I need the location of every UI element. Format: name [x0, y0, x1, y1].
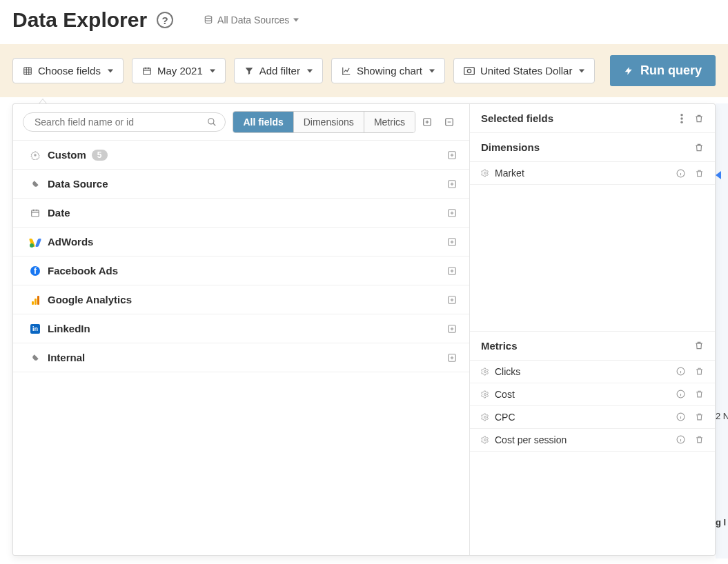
- view-mode-button[interactable]: Showing chart: [331, 58, 445, 83]
- search-icon: [207, 117, 217, 127]
- selected-dimensions-section: Dimensions Market: [470, 133, 715, 332]
- expand-all-icon[interactable]: [422, 117, 432, 127]
- field-group-facebook-ads[interactable]: f Facebook Ads: [13, 256, 469, 285]
- svg-rect-3: [464, 67, 475, 74]
- svg-rect-2: [144, 68, 151, 74]
- metrics-title: Metrics: [481, 340, 518, 352]
- svg-point-4: [467, 69, 471, 72]
- field-group-label: Date: [48, 207, 70, 219]
- field-group-internal[interactable]: Internal: [13, 343, 469, 372]
- expand-group-icon[interactable]: [447, 150, 457, 160]
- caret-down-icon: [210, 68, 215, 74]
- info-icon[interactable]: [676, 169, 685, 178]
- svg-point-5: [208, 119, 214, 124]
- svg-rect-1: [24, 67, 32, 74]
- field-group-date[interactable]: Date: [13, 199, 469, 228]
- field-group-google-analytics[interactable]: Google Analytics: [13, 285, 469, 314]
- gear-icon: [28, 150, 42, 160]
- caret-down-icon: [429, 68, 435, 74]
- currency-icon: [464, 66, 475, 76]
- run-query-button[interactable]: Run query: [610, 55, 716, 86]
- selected-fields-title: Selected fields: [481, 112, 553, 124]
- available-fields-panel: All fields Dimensions Metrics: [13, 104, 470, 555]
- tab-dimensions[interactable]: Dimensions: [294, 112, 364, 132]
- field-group-label: AdWords: [48, 236, 93, 248]
- selected-metric[interactable]: CPC: [470, 406, 715, 429]
- expand-group-icon[interactable]: [447, 208, 457, 218]
- expand-group-icon[interactable]: [447, 237, 457, 247]
- expand-group-icon[interactable]: [447, 266, 457, 276]
- field-group-adwords[interactable]: AdWords: [13, 228, 469, 256]
- clear-all-icon[interactable]: [694, 114, 704, 123]
- field-group-linkedin[interactable]: in LinkedIn: [13, 314, 469, 343]
- expand-group-icon[interactable]: [447, 324, 457, 334]
- clear-dimensions-icon[interactable]: [694, 143, 704, 152]
- field-group-label: Google Analytics: [48, 294, 132, 305]
- field-picker-popover: All fields Dimensions Metrics: [12, 103, 716, 556]
- field-group-data-source[interactable]: Data Source: [13, 170, 469, 199]
- svg-point-29: [484, 439, 486, 441]
- tab-all-fields[interactable]: All fields: [233, 112, 293, 132]
- facebook-icon: f: [28, 266, 42, 276]
- choose-fields-button[interactable]: Choose fields: [12, 58, 124, 83]
- datasources-dropdown[interactable]: All Data Sources: [204, 14, 299, 26]
- field-group-custom[interactable]: Custom 5: [13, 141, 469, 170]
- expand-group-icon[interactable]: [447, 179, 457, 189]
- plug-icon: [28, 353, 42, 363]
- help-icon[interactable]: ?: [157, 12, 173, 28]
- add-filter-button[interactable]: Add filter: [234, 58, 323, 83]
- svg-point-23: [484, 370, 486, 372]
- info-icon[interactable]: [676, 435, 685, 444]
- field-search-box[interactable]: [23, 112, 226, 132]
- svg-point-19: [680, 117, 683, 120]
- background-hint: 2 N g l: [716, 103, 728, 558]
- collapse-all-icon[interactable]: [444, 117, 454, 127]
- calendar-icon: [28, 208, 42, 218]
- calendar-icon: [142, 66, 152, 76]
- add-filter-label: Add filter: [259, 65, 300, 77]
- gear-icon: [481, 413, 489, 421]
- remove-item-icon[interactable]: [695, 390, 704, 399]
- more-options-icon[interactable]: [680, 114, 683, 123]
- google-analytics-icon: [28, 295, 42, 305]
- caret-down-icon: [293, 17, 299, 23]
- info-icon[interactable]: [676, 367, 685, 376]
- field-groups-list: Custom 5 Data Source Date: [13, 140, 469, 372]
- info-icon[interactable]: [676, 412, 685, 421]
- bg-text-1: 2 N: [716, 411, 728, 421]
- svg-point-25: [484, 393, 486, 395]
- chart-icon: [342, 66, 351, 76]
- field-search-input[interactable]: [35, 117, 200, 128]
- tab-metrics[interactable]: Metrics: [364, 112, 415, 132]
- page-title: Data Explorer: [12, 8, 147, 32]
- gear-icon: [481, 436, 489, 444]
- date-range-button[interactable]: May 2021: [132, 58, 226, 83]
- selected-item-label: CPC: [495, 412, 515, 423]
- svg-point-20: [680, 121, 683, 123]
- currency-button[interactable]: United States Dollar: [453, 58, 595, 83]
- selected-metric[interactable]: Cost: [470, 383, 715, 406]
- toolbar: Choose fields May 2021 Add filter: [0, 44, 728, 97]
- remove-item-icon[interactable]: [695, 412, 704, 421]
- field-group-label: Custom: [48, 149, 86, 161]
- remove-item-icon[interactable]: [695, 367, 704, 376]
- gear-icon: [481, 367, 489, 376]
- svg-point-0: [205, 16, 211, 19]
- selected-dimension[interactable]: Market: [470, 162, 715, 185]
- expand-group-icon[interactable]: [447, 353, 457, 363]
- svg-point-18: [680, 114, 683, 117]
- filter-icon: [244, 66, 254, 76]
- dimensions-title: Dimensions: [481, 141, 540, 153]
- expand-group-icon[interactable]: [447, 295, 457, 305]
- selected-fields-panel: Selected fields Dimensions: [470, 104, 715, 555]
- search-and-tabs-row: All fields Dimensions Metrics: [13, 104, 469, 140]
- bolt-icon: [624, 65, 633, 77]
- info-icon[interactable]: [676, 390, 685, 399]
- dimensions-list: Market: [470, 162, 715, 331]
- selected-metric[interactable]: Clicks: [470, 361, 715, 383]
- clear-metrics-icon[interactable]: [694, 341, 704, 350]
- remove-item-icon[interactable]: [695, 435, 704, 444]
- field-type-tabs: All fields Dimensions Metrics: [233, 111, 415, 133]
- remove-item-icon[interactable]: [695, 169, 704, 178]
- selected-metric[interactable]: Cost per session: [470, 429, 715, 452]
